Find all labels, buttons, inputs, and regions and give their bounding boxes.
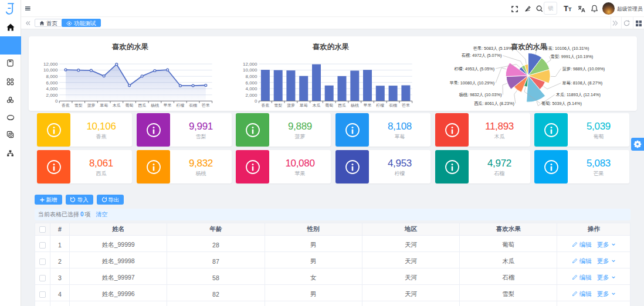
svg-text:葡萄: 5039人 (5.14%): 葡萄: 5039人 (5.14%) bbox=[541, 101, 582, 106]
svg-text:西瓜: 西瓜 bbox=[138, 103, 146, 108]
svg-text:2,000: 2,000 bbox=[46, 93, 58, 98]
svg-text:苹果: 苹果 bbox=[364, 103, 372, 107]
svg-text:雪梨: 雪梨 bbox=[74, 103, 83, 107]
svg-text:草莓: 草莓 bbox=[100, 103, 108, 107]
svg-text:10,000: 10,000 bbox=[43, 67, 58, 73]
svg-text:杨桃: 杨桃 bbox=[350, 103, 359, 108]
svg-text:石榴: 4972人 (5.07%): 石榴: 4972人 (5.07%) bbox=[462, 53, 502, 58]
svg-text:柠檬: 柠檬 bbox=[176, 103, 184, 107]
svg-text:苹果: 苹果 bbox=[164, 103, 172, 107]
svg-text:西瓜: 西瓜 bbox=[338, 103, 346, 108]
svg-text:菠萝: 9889人 (10.09%): 菠萝: 9889人 (10.09%) bbox=[562, 66, 605, 72]
svg-text:草莓: 草莓 bbox=[300, 103, 308, 107]
svg-text:木瓜: 木瓜 bbox=[313, 103, 321, 107]
svg-text:8,000: 8,000 bbox=[46, 74, 58, 79]
svg-text:4,000: 4,000 bbox=[245, 86, 257, 91]
svg-text:柠檬: 柠檬 bbox=[376, 103, 384, 107]
svg-text:喜欢的水果: 喜欢的水果 bbox=[312, 43, 350, 51]
svg-text:4,000: 4,000 bbox=[46, 86, 58, 91]
svg-text:石榴: 石榴 bbox=[189, 103, 197, 108]
svg-text:0: 0 bbox=[255, 98, 257, 104]
svg-text:石榴: 石榴 bbox=[389, 103, 397, 108]
svg-text:西瓜: 8061人 (8.23%): 西瓜: 8061人 (8.23%) bbox=[474, 101, 514, 106]
svg-text:芒果: 芒果 bbox=[202, 103, 210, 107]
svg-text:菠萝: 菠萝 bbox=[87, 103, 95, 108]
svg-text:苹果: 10080人 (10.29%): 苹果: 10080人 (10.29%) bbox=[449, 80, 494, 86]
svg-text:香蕉: 香蕉 bbox=[62, 103, 70, 108]
svg-text:喜欢的水果: 喜欢的水果 bbox=[111, 43, 149, 51]
svg-text:喜欢的水果: 喜欢的水果 bbox=[510, 43, 548, 51]
svg-text:0: 0 bbox=[55, 98, 58, 104]
svg-text:雪梨: 雪梨 bbox=[274, 103, 282, 107]
svg-text:芒果: 5083人 (5.19%): 芒果: 5083人 (5.19%) bbox=[473, 46, 514, 51]
svg-text:杨桃: 9832人 (10.03%): 杨桃: 9832人 (10.03%) bbox=[459, 92, 502, 97]
svg-text:杨桃: 杨桃 bbox=[150, 103, 159, 108]
svg-text:香蕉: 10106人 (10.31%): 香蕉: 10106人 (10.31%) bbox=[544, 46, 589, 51]
svg-text:木瓜: 木瓜 bbox=[113, 103, 121, 107]
svg-text:葡萄: 葡萄 bbox=[325, 103, 333, 107]
svg-text:香蕉: 香蕉 bbox=[261, 103, 269, 108]
svg-text:10,000: 10,000 bbox=[243, 67, 257, 73]
svg-text:菠萝: 菠萝 bbox=[287, 103, 295, 108]
svg-text:12,000: 12,000 bbox=[43, 62, 58, 67]
svg-text:木瓜: 11893人 (12.14%): 木瓜: 11893人 (12.14%) bbox=[556, 92, 601, 97]
svg-text:芒果: 芒果 bbox=[402, 103, 410, 107]
svg-text:6,000: 6,000 bbox=[46, 80, 58, 86]
svg-text:12,000: 12,000 bbox=[243, 62, 257, 67]
svg-text:草莓: 8108人 (8.27%): 草莓: 8108人 (8.27%) bbox=[562, 80, 603, 86]
svg-text:柠檬: 4953人 (5.05%): 柠檬: 4953人 (5.05%) bbox=[454, 66, 494, 72]
svg-text:2,000: 2,000 bbox=[245, 93, 257, 98]
svg-text:8,000: 8,000 bbox=[245, 74, 257, 79]
svg-text:6,000: 6,000 bbox=[245, 80, 257, 86]
svg-text:雪梨: 9991人 (10.19%): 雪梨: 9991人 (10.19%) bbox=[551, 54, 594, 59]
svg-text:葡萄: 葡萄 bbox=[126, 103, 134, 107]
